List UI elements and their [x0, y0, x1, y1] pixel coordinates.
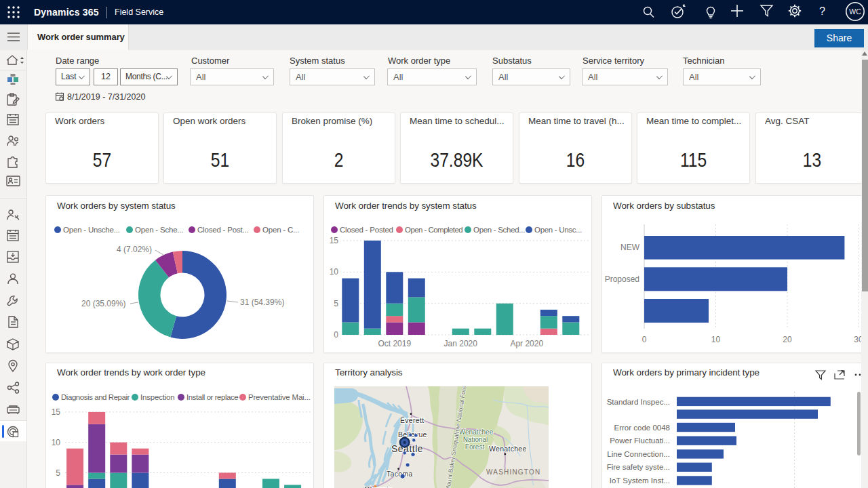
svg-text:Proposed: Proposed: [605, 274, 639, 284]
svg-text:0: 0: [642, 335, 647, 344]
svg-text:Olympia: Olympia: [364, 485, 393, 488]
svg-text:Bellevue: Bellevue: [398, 430, 427, 439]
svg-text:10: 10: [330, 267, 339, 277]
svg-text:15: 15: [330, 236, 339, 245]
svg-text:Wenatchee: Wenatchee: [489, 445, 527, 453]
svg-text:Jan 2020: Jan 2020: [444, 339, 478, 348]
svg-text:Oct 2019: Oct 2019: [378, 339, 411, 348]
svg-text:Apr 2020: Apr 2020: [510, 339, 543, 348]
svg-text:NEW: NEW: [620, 243, 640, 252]
svg-text:Error code 0048: Error code 0048: [614, 424, 670, 432]
svg-text:5: 5: [334, 299, 338, 308]
svg-text:15: 15: [52, 407, 61, 417]
svg-text:IoT System Inst...: IoT System Inst...: [610, 476, 670, 485]
svg-text:Everett: Everett: [400, 416, 424, 424]
svg-text:10: 10: [711, 335, 721, 344]
svg-text:0: 0: [334, 330, 338, 340]
svg-text:National: National: [463, 436, 488, 443]
svg-text:Line Connection...: Line Connection...: [607, 450, 670, 458]
svg-text:Wenatchee: Wenatchee: [459, 428, 494, 436]
svg-text:31 (54.39%): 31 (54.39%): [240, 298, 284, 307]
svg-text:10: 10: [52, 438, 61, 447]
svg-text:WASHINGTON: WASHINGTON: [486, 468, 540, 476]
svg-text:Standard Inspec...: Standard Inspec...: [607, 398, 670, 406]
svg-text:?: ?: [819, 5, 825, 17]
svg-text:Power Fluctuati...: Power Fluctuati...: [610, 436, 670, 445]
svg-text:5: 5: [56, 468, 60, 478]
svg-text:Tacoma: Tacoma: [387, 470, 413, 478]
svg-text:WC: WC: [849, 7, 861, 16]
svg-text:4 (7.02%): 4 (7.02%): [117, 245, 152, 254]
svg-text:Forest: Forest: [465, 443, 485, 451]
svg-text:20: 20: [783, 335, 792, 344]
svg-text:20 (35.09%): 20 (35.09%): [81, 299, 125, 308]
svg-text:Fire safety syste...: Fire safety syste...: [607, 463, 670, 471]
